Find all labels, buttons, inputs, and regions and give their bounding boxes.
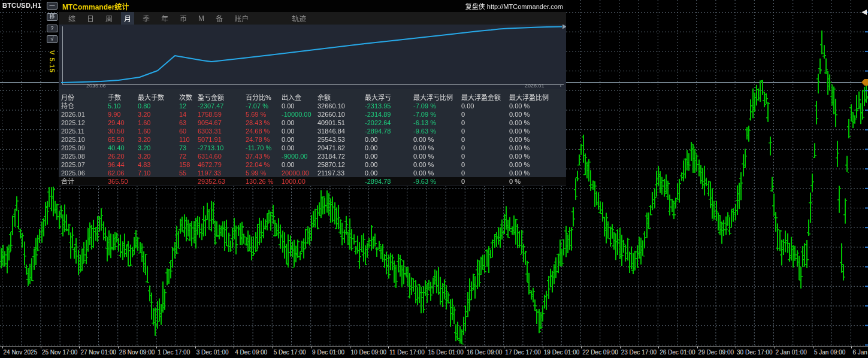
table-header-row: 月份手数最大手数次数盈亏金额百分比%出入金余额最大浮亏最大浮亏比例最大浮盈金额最… — [59, 93, 566, 102]
table-cell: 0.00 % — [509, 110, 566, 119]
table-cell: 0.00 % — [509, 169, 566, 177]
table-cell: 0.00 % — [509, 152, 566, 160]
table-cell: 3.20 — [138, 135, 179, 144]
row-label: 2025.07 — [59, 160, 108, 169]
table-cell: 21197.33 — [317, 169, 365, 177]
stats-panel-titlebar[interactable]: MTCommander统计 复盘侠 http://MTCommander.com — [59, 0, 566, 12]
axis-tick — [234, 347, 234, 348]
axis-tick — [775, 347, 775, 348]
table-cell: -2713.10 — [198, 144, 246, 152]
table-cell: 12 — [179, 102, 198, 110]
menu-item-月[interactable]: 月 — [121, 12, 134, 25]
menu-item-M[interactable]: M — [195, 13, 207, 24]
table-row: 2025.0826.203.20726314.6037.43 %-9000.00… — [59, 152, 566, 160]
axis-tick — [273, 347, 273, 348]
axis-label: 11 Dec 17:00 — [389, 349, 425, 356]
time-axis[interactable]: 24 Nov 202525 Nov 17:0027 Nov 01:0028 No… — [0, 346, 868, 358]
row-label: 2025.10 — [59, 135, 108, 144]
move-button[interactable]: 移 — [47, 13, 58, 21]
axis-tick — [388, 347, 389, 348]
table-row: 2025.0940.403.2073-2713.10-11.70 %0.0020… — [59, 144, 566, 152]
menu-item-币[interactable]: 币 — [177, 12, 190, 25]
axis-tick — [195, 347, 196, 348]
axis-label: 29 Dec 09:00 — [698, 349, 734, 356]
col-header: 百分比% — [246, 93, 282, 102]
table-cell: 25543.53 — [317, 135, 365, 144]
menu-item-年[interactable]: 年 — [158, 12, 171, 25]
stats-table: 月份手数最大手数次数盈亏金额百分比%出入金余额最大浮亏最大浮亏比例最大浮盈金额最… — [59, 93, 566, 186]
axis-label: 25 Nov 17:00 — [42, 349, 78, 356]
menu-item-周[interactable]: 周 — [102, 12, 116, 25]
table-cell: 3.20 — [138, 152, 179, 160]
axis-tick — [851, 347, 852, 348]
table-cell: -2022.64 — [365, 119, 413, 127]
table-cell: 29.40 — [108, 119, 138, 127]
table-cell — [317, 177, 365, 186]
table-cell: 32660.10 — [317, 102, 365, 110]
table-cell: 6314.60 — [198, 152, 246, 160]
menu-item-日[interactable]: 日 — [84, 12, 97, 25]
table-cell: 30.50 — [108, 127, 138, 135]
menu-item-账户[interactable]: 账户 — [231, 12, 252, 25]
table-cell: 0 — [461, 144, 509, 152]
table-cell: 1758.59 — [198, 110, 246, 119]
axis-label: 22 Dec 09:00 — [582, 349, 618, 356]
table-cell: 0.00 — [365, 135, 413, 144]
axis-tick — [427, 347, 427, 348]
axis-tick — [41, 347, 41, 348]
row-label: 2025.08 — [59, 152, 108, 160]
axis-label: 26 Dec 01:00 — [660, 349, 695, 356]
table-cell: -10000.00 — [282, 110, 317, 119]
minimize-button[interactable]: — — [47, 2, 58, 10]
table-cell: 24.78 % — [246, 135, 282, 144]
table-cell: 0.00 — [282, 127, 317, 135]
menu-item-综[interactable]: 综 — [65, 12, 78, 25]
table-cell: 24.68 % — [246, 127, 282, 135]
table-cell: 0.00 % — [413, 160, 461, 169]
table-cell: 73 — [179, 144, 198, 152]
axis-tick — [504, 347, 504, 348]
table-cell — [138, 177, 179, 186]
axis-label: 1 Dec 17:00 — [158, 349, 190, 356]
help-button[interactable]: ? — [47, 25, 58, 32]
axis-label: 5 Dec 17:00 — [274, 349, 306, 356]
table-cell: 63 — [179, 119, 198, 127]
table-cell: 0 — [461, 110, 509, 119]
table-cell: -11.70 % — [246, 144, 282, 152]
equity-start-label: 2025.06 — [86, 83, 106, 89]
chart-window: BTCUSD,H1 —移?√ V 5.15 MTCommander统计 复盘侠 … — [0, 0, 868, 358]
brand-link[interactable]: 复盘侠 http://MTCommander.com — [465, 1, 563, 11]
table-cell: 1.60 — [138, 119, 179, 127]
table-row: 2025.1229.401.60639054.6728.43 %0.004090… — [59, 119, 566, 127]
menu-item-季[interactable]: 季 — [140, 12, 153, 25]
table-cell: 4.83 — [138, 160, 179, 169]
axis-label: 16 Dec 09:00 — [467, 349, 503, 356]
table-cell: 0.00 % — [509, 127, 566, 135]
table-cell: 0.00 % — [413, 152, 461, 160]
table-row: 2025.0662.067.10551197.335.99 %20000.002… — [59, 169, 566, 177]
table-cell: 158 — [179, 160, 198, 169]
table-cell: -2313.95 — [365, 102, 413, 110]
axis-label: 23 Dec 17:00 — [621, 349, 657, 356]
menu-item-轨迹[interactable]: 轨迹 — [289, 12, 309, 25]
axis-tick — [697, 347, 698, 348]
check-button[interactable]: √ — [47, 35, 58, 43]
axis-label: 4 Dec 09:00 — [235, 349, 267, 356]
table-cell: 0.00 % — [413, 169, 461, 177]
table-cell: 0.00 — [282, 144, 317, 152]
table-cell: 4672.79 — [198, 160, 246, 169]
table-cell: 28.43 % — [246, 119, 282, 127]
axis-tick — [311, 347, 311, 348]
table-cell: 0.00 — [461, 102, 509, 110]
axis-label: 24 Nov 2025 — [4, 349, 38, 356]
menu-item-备[interactable]: 备 — [213, 12, 226, 25]
table-cell: 9.90 — [108, 110, 138, 119]
table-cell: 5071.91 — [198, 135, 246, 144]
axis-label: 30 Dec 17:00 — [737, 349, 773, 356]
table-cell: -7.09 % — [413, 110, 461, 119]
table-cell: 110 — [179, 135, 198, 144]
axis-label: 17 Dec 17:00 — [505, 349, 541, 356]
col-header: 最大浮亏比例 — [413, 93, 461, 102]
row-label: 2026.01 — [59, 110, 108, 119]
table-cell: -9.63 % — [413, 127, 461, 135]
